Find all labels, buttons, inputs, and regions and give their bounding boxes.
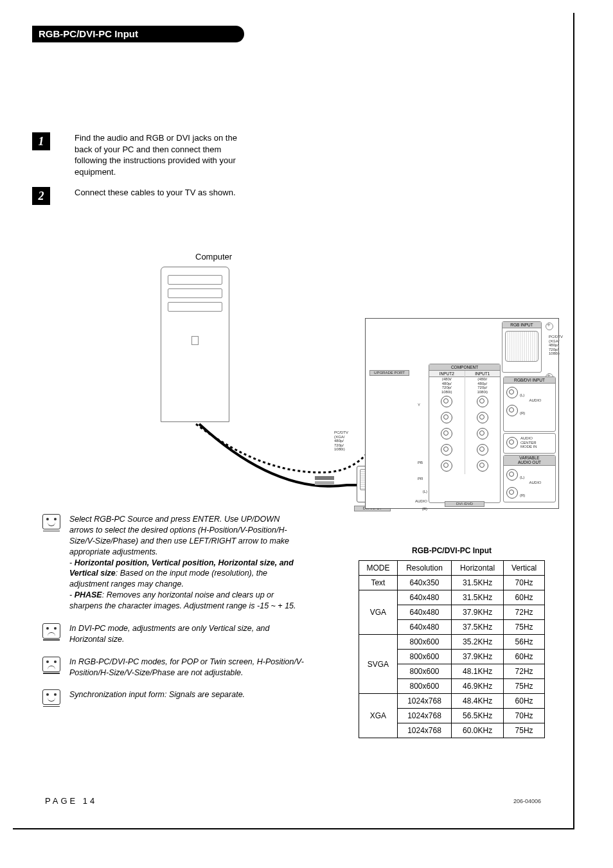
- pc-dtv-label: PC/DTV (XGA/ 480p/ 720p/ 1080i): [549, 335, 563, 356]
- table-row: XGA1024x76848.4KHz60Hz: [359, 694, 545, 709]
- table-cell: 640x350: [397, 576, 451, 590]
- note-text: Select RGB-PC Source and press ENTER. Us…: [69, 514, 306, 612]
- note-text: In RGB-PC/DVI-PC modes, for POP or Twin …: [69, 657, 306, 678]
- note-text: Synchronization input form: Signals are …: [69, 689, 245, 700]
- pc-dtv-label-2: PC/DTV (XGA/ 480p/ 720p/ 1080i): [334, 430, 357, 452]
- smile-face-icon: [42, 514, 60, 529]
- input2-label: INPUT2: [429, 371, 465, 377]
- computer-tower-icon: [161, 267, 229, 422]
- rgb-dvi-input-label: RGB/DVI INPUT: [504, 377, 555, 384]
- table-cell: 70Hz: [504, 709, 545, 723]
- table-cell: 72Hz: [504, 605, 545, 620]
- table-cell: 640x480: [397, 590, 451, 605]
- input1-label: INPUT1: [465, 371, 501, 377]
- table-cell: 60.0KHz: [452, 723, 504, 738]
- table-cell: 48.1KHz: [452, 664, 504, 679]
- table-header: MODE: [359, 561, 398, 576]
- table-cell: 48.4KHz: [452, 694, 504, 709]
- component-label: COMPONENT: [429, 364, 500, 371]
- note: In DVI-PC mode, adjustments are only Ver…: [42, 623, 306, 645]
- note: Synchronization input form: Signals are …: [42, 689, 306, 705]
- table-cell: 37.9KHz: [452, 650, 504, 664]
- page-footer: PAGE 14 206-04006: [45, 796, 541, 806]
- table-cell: 75Hz: [504, 679, 545, 694]
- rca-plug-icon: [315, 474, 347, 487]
- upgrade-port-label: UPGRADE PORT: [369, 370, 409, 376]
- table-cell: 640x480: [397, 605, 451, 620]
- step-marker-2: 2: [32, 187, 50, 205]
- table-cell: 60Hz: [504, 694, 545, 709]
- note-text: In DVI-PC mode, adjustments are only Ver…: [69, 623, 306, 645]
- table-cell: 800x600: [397, 635, 451, 650]
- table-row: VGA640x48031.5KHz60Hz: [359, 590, 545, 605]
- connection-diagram: Computer: [148, 193, 559, 469]
- table-cell: 640x480: [397, 620, 451, 635]
- table-row: SVGA800x60035.2KHz56Hz: [359, 635, 545, 650]
- table-caption: RGB-PC/DVI-PC Input: [359, 546, 545, 555]
- table-cell: 800x600: [397, 650, 451, 664]
- table-cell: 75Hz: [504, 723, 545, 738]
- step-1: 1 Find the audio and RGB or DVI jacks on…: [32, 132, 554, 177]
- table-row: Text640x35031.5KHz70Hz: [359, 576, 545, 590]
- table-cell: 1024x768: [397, 709, 451, 723]
- title-bar: RGB-PC/DVI-PC Input: [32, 26, 554, 42]
- mode-cell: SVGA: [359, 635, 398, 694]
- table-cell: 75Hz: [504, 620, 545, 635]
- table-cell: 70Hz: [504, 576, 545, 590]
- table-cell: 56Hz: [504, 635, 545, 650]
- note: In RGB-PC/DVI-PC modes, for POP or Twin …: [42, 657, 306, 678]
- rgb-input-label: RGB INPUT: [502, 322, 541, 328]
- table-cell: 37.5KHz: [452, 620, 504, 635]
- frown-face-icon: [42, 623, 60, 639]
- doc-number: 206-04006: [513, 798, 541, 804]
- table-cell: 31.5KHz: [452, 590, 504, 605]
- table-header: Vertical: [504, 561, 545, 576]
- page-title: RGB-PC/DVI-PC Input: [39, 26, 138, 42]
- mode-cell: VGA: [359, 590, 398, 635]
- page-number: PAGE 14: [45, 796, 97, 806]
- table-cell: 56.5KHz: [452, 709, 504, 723]
- dvi-dvd-label: DVI /DVD: [445, 501, 484, 507]
- table-cell: 800x600: [397, 664, 451, 679]
- table-cell: 800x600: [397, 679, 451, 694]
- mode-table: MODEResolutionHorizontalVerticalText640x…: [359, 560, 545, 738]
- mode-cell: Text: [359, 576, 398, 590]
- table-cell: 60Hz: [504, 650, 545, 664]
- variable-audio-out-label: VARIABLE AUDIO OUT: [504, 456, 555, 466]
- table-cell: 72Hz: [504, 664, 545, 679]
- table-cell: 46.9KHz: [452, 679, 504, 694]
- tv-back-panel-icon: RGB INPUT PC/DTV (XGA/ 480p/ 720p/ 1080i…: [365, 318, 559, 509]
- table-cell: 37.9KHz: [452, 605, 504, 620]
- frown-face-icon: [42, 657, 60, 672]
- note: Select RGB-PC Source and press ENTER. Us…: [42, 514, 306, 612]
- table-cell: 35.2KHz: [452, 635, 504, 650]
- table-cell: 1024x768: [397, 723, 451, 738]
- audio-center-label: AUDIO CENTER MODE IN: [520, 436, 537, 449]
- table-header: Resolution: [397, 561, 451, 576]
- table-cell: 1024x768: [397, 694, 451, 709]
- table-cell: 31.5KHz: [452, 576, 504, 590]
- notes-area: Select RGB-PC Source and press ENTER. Us…: [42, 514, 306, 716]
- mode-cell: XGA: [359, 694, 398, 738]
- mode-table-area: RGB-PC/DVI-PC Input MODEResolutionHorizo…: [359, 546, 545, 738]
- table-header: Horizontal: [452, 561, 504, 576]
- smile-face-icon: [42, 689, 60, 705]
- step-text-1: Find the audio and RGB or DVI jacks on t…: [75, 132, 242, 177]
- table-cell: 60Hz: [504, 590, 545, 605]
- computer-label: Computer: [195, 252, 232, 261]
- step-marker-1: 1: [32, 132, 50, 150]
